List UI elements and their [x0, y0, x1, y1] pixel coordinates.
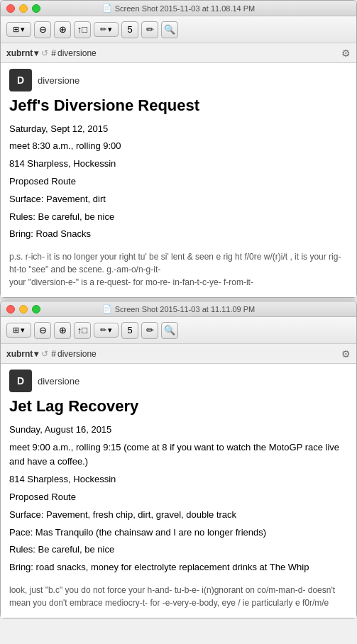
five-label-2: 5	[127, 325, 132, 335]
post-surface-1: Surface: Pavement, dirt	[9, 192, 348, 207]
window-1: 📄 Screen Shot 2015-11-03 at 11.08.14 PM …	[0, 0, 357, 298]
content-2: D diversione Jet Lag Recovery Sunday, Au…	[1, 364, 356, 618]
post-bring-2: Bring: road snacks, money for electrolyt…	[9, 560, 348, 575]
nav-channel-1[interactable]: # diversione	[51, 48, 96, 58]
nav-bar-1: xubrnt ▾ ↺ # diversione ⚙	[1, 43, 356, 63]
nav-group-1[interactable]: ⊞ ▾	[6, 22, 31, 37]
number-button-1[interactable]: 5	[121, 21, 138, 38]
search-icon-2: 🔍	[164, 325, 175, 335]
zoom-in-button-1[interactable]: ⊕	[54, 21, 71, 38]
titlebar-2: 📄 Screen Shot 2015-11-03 at 11.11.09 PM	[1, 301, 356, 317]
post-note-line2-1: your "diversion-e-" is a re-quest- for m…	[9, 276, 348, 289]
avatar-row-2: D diversione	[9, 370, 348, 392]
post-meet-2: meet 9:00 a.m., rolling 9:15 (come at 8 …	[9, 440, 348, 470]
chevron-down-icon-4: ▾	[108, 326, 112, 335]
post-meet-1: meet 8:30 a.m., rolling 9:00	[9, 139, 348, 154]
post-rules-2: Rules: Be careful, be nice	[9, 543, 348, 557]
post-body-1: Saturday, Sept 12, 2015 meet 8:30 a.m., …	[9, 122, 348, 243]
post-location-2: 814 Sharpless, Hockessin	[9, 472, 348, 487]
number-button-2[interactable]: 5	[121, 322, 138, 339]
channel-name-label-2: diversione	[38, 376, 79, 387]
grid-icon: ⊞	[13, 25, 19, 34]
document-icon: 📄	[102, 4, 112, 13]
edit-icon: ✏	[146, 24, 154, 35]
annotate-group-2[interactable]: ✏ ▾	[94, 323, 119, 338]
nav-group-2[interactable]: ⊞ ▾	[6, 323, 31, 338]
hash-icon: #	[51, 48, 56, 58]
close-button-1[interactable]	[6, 4, 15, 13]
post-title-2: Jet Lag Recovery	[9, 396, 348, 417]
close-button-2[interactable]	[6, 305, 15, 313]
zoom-out-button-1[interactable]: ⊖	[34, 21, 51, 38]
nav-separator-2: ↺	[41, 349, 48, 359]
nav-bar-2: xubrnt ▾ ↺ # diversione ⚙	[1, 344, 356, 364]
maximize-button-2[interactable]	[32, 305, 40, 313]
search-button-2[interactable]: 🔍	[161, 322, 178, 339]
avatar-1: D	[9, 69, 32, 91]
chevron-down-icon-3: ▾	[21, 326, 25, 335]
pencil-icon-2: ✏	[100, 326, 106, 335]
zoom-in-icon-2: ⊕	[59, 325, 67, 335]
share-button-2[interactable]: ↑□	[74, 322, 91, 339]
post-location-1: 814 Sharpless, Hockessin	[9, 157, 348, 172]
post-note-line1-1: p.s. r-ich- it is no longer your right t…	[9, 250, 348, 276]
grid-icon-2: ⊞	[13, 326, 19, 335]
edit-icon-2: ✏	[146, 325, 154, 335]
nav-user-2[interactable]: xubrnt ▾	[6, 349, 38, 359]
edit-button-2[interactable]: ✏	[141, 322, 158, 339]
maximize-button-1[interactable]	[32, 4, 40, 13]
post-surface-2: Surface: Pavement, fresh chip, dirt, gra…	[9, 508, 348, 523]
zoom-out-icon-2: ⊖	[39, 325, 47, 335]
post-bring-1: Bring: Road Snacks	[9, 227, 348, 242]
chevron-down-icon: ▾	[21, 25, 25, 34]
gear-icon-1[interactable]: ⚙	[341, 48, 351, 59]
toolbar-1: ⊞ ▾ ⊖ ⊕ ↑□ ✏ ▾ 5 ✏ 🔍	[1, 16, 356, 43]
share-icon-2: ↑□	[77, 325, 87, 335]
pencil-icon: ✏	[100, 25, 106, 34]
minimize-button-1[interactable]	[19, 4, 28, 13]
chevron-down-user-2: ▾	[34, 349, 38, 359]
post-pace-2: Pace: Mas Tranquilo (the chainsaw and I …	[9, 526, 348, 540]
zoom-out-icon: ⊖	[39, 24, 47, 35]
five-label: 5	[127, 24, 132, 35]
nav-user-1[interactable]: xubrnt ▾	[6, 48, 38, 58]
toolbar-2: ⊞ ▾ ⊖ ⊕ ↑□ ✏ ▾ 5 ✏ 🔍	[1, 317, 356, 344]
chevron-down-user: ▾	[34, 48, 38, 58]
search-button-1[interactable]: 🔍	[161, 21, 178, 38]
window-2: 📄 Screen Shot 2015-11-03 at 11.11.09 PM …	[0, 301, 357, 618]
nav-separator-1: ↺	[41, 48, 48, 58]
avatar-2: D	[9, 370, 32, 392]
window-title-2: 📄 Screen Shot 2015-11-03 at 11.11.09 PM	[102, 304, 256, 313]
nav-channel-2[interactable]: # diversione	[51, 349, 96, 359]
window-title-1: 📄 Screen Shot 2015-11-03 at 11.08.14 PM	[102, 4, 256, 13]
share-button-1[interactable]: ↑□	[74, 21, 91, 38]
traffic-lights-1	[6, 4, 40, 13]
post-note-1: p.s. r-ich- it is no longer your right t…	[9, 250, 348, 289]
hash-icon-2: #	[51, 349, 56, 359]
document-icon-2: 📄	[102, 304, 112, 313]
post-route-1: Proposed Route	[9, 174, 348, 189]
gear-icon-2[interactable]: ⚙	[341, 348, 351, 360]
titlebar-1: 📄 Screen Shot 2015-11-03 at 11.08.14 PM	[1, 1, 356, 16]
post-date-1: Saturday, Sept 12, 2015	[9, 122, 348, 137]
search-icon: 🔍	[164, 24, 175, 35]
post-route-2: Proposed Route	[9, 490, 348, 505]
post-title-1: Jeff's Diversione Request	[9, 96, 348, 116]
share-icon: ↑□	[77, 24, 87, 35]
content-1: D diversione Jeff's Diversione Request S…	[1, 63, 356, 297]
zoom-out-button-2[interactable]: ⊖	[34, 322, 51, 339]
chevron-down-icon-2: ▾	[108, 25, 112, 34]
post-note-2: look, just "b.c" you do not force your h…	[9, 584, 348, 609]
post-note-line1-2: look, just "b.c" you do not force your h…	[9, 584, 348, 609]
post-rules-1: Rules: Be careful, be nice	[9, 210, 348, 225]
annotate-group-1[interactable]: ✏ ▾	[94, 22, 119, 37]
zoom-in-icon: ⊕	[59, 24, 67, 35]
edit-button-1[interactable]: ✏	[141, 21, 158, 38]
traffic-lights-2	[6, 305, 40, 313]
post-date-2: Sunday, August 16, 2015	[9, 423, 348, 438]
minimize-button-2[interactable]	[19, 305, 28, 313]
post-body-2: Sunday, August 16, 2015 meet 9:00 a.m., …	[9, 423, 348, 575]
avatar-row-1: D diversione	[9, 69, 348, 91]
channel-name-label-1: diversione	[38, 75, 79, 86]
zoom-in-button-2[interactable]: ⊕	[54, 322, 71, 339]
